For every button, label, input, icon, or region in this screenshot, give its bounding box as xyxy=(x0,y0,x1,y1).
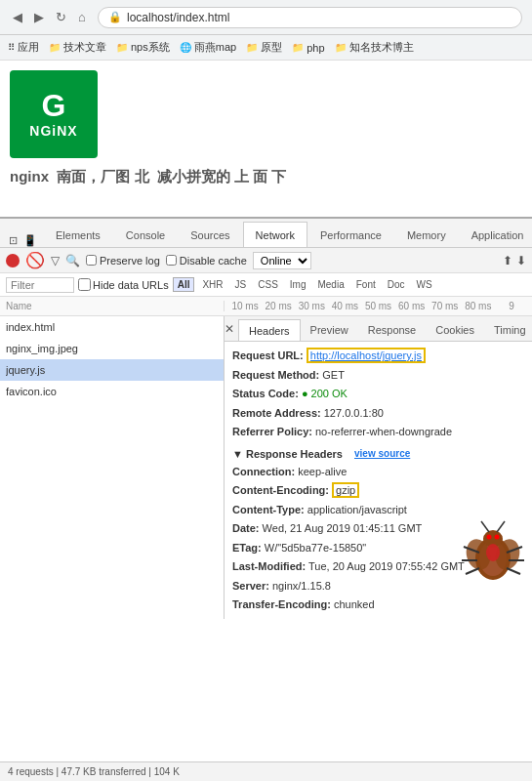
close-detail-button[interactable]: ✕ xyxy=(225,322,234,336)
filter-ws-button[interactable]: WS xyxy=(413,278,436,291)
network-toolbar: 🚫 ▽ 🔍 Preserve log Disable cache Online … xyxy=(0,248,532,273)
file-name-jquery: jquery.js xyxy=(6,364,218,376)
status-code-value: 200 OK xyxy=(311,388,348,399)
bookmark-nps-label: nps系统 xyxy=(131,40,170,55)
bookmark-map[interactable]: 🌐 雨燕map xyxy=(180,40,236,55)
disable-cache-label[interactable]: Disable cache xyxy=(166,255,247,267)
detail-tab-preview[interactable]: Preview xyxy=(301,319,358,341)
nginx-brand-text: NGiNX xyxy=(29,123,77,139)
resources-size: 104 K xyxy=(154,766,180,777)
preserve-log-label[interactable]: Preserve log xyxy=(86,255,160,267)
apps-icon: ⠿ xyxy=(8,42,15,53)
bookmark-php[interactable]: 📁 php xyxy=(292,42,324,54)
remote-address-value: 127.0.0.1:80 xyxy=(324,407,384,419)
status-code-row: Status Code: ● 200 OK xyxy=(232,386,524,402)
filter-font-button[interactable]: Font xyxy=(352,278,380,291)
tick-70ms: 70 ms xyxy=(429,301,462,311)
detail-panel: ✕ Headers Preview Response Cookies Timin… xyxy=(225,316,532,619)
file-favicon[interactable]: favicon.ico xyxy=(0,381,224,402)
filter-img-button[interactable]: Img xyxy=(286,278,310,291)
folder-icon-3: 📁 xyxy=(246,42,258,53)
filter-all-button[interactable]: All xyxy=(173,277,195,292)
preserve-log-checkbox[interactable] xyxy=(86,255,97,266)
preserve-log-text: Preserve log xyxy=(100,255,160,267)
filter-css-button[interactable]: CSS xyxy=(254,278,282,291)
network-main: index.html nginx_img.jpeg jquery.js favi… xyxy=(0,316,532,619)
last-modified-key: Last-Modified: xyxy=(232,560,306,572)
tick-90ms: 9 xyxy=(495,301,528,311)
bookmark-prototype[interactable]: 📁 原型 xyxy=(246,40,282,55)
folder-icon-4: 📁 xyxy=(292,42,304,53)
detail-tab-headers[interactable]: Headers xyxy=(238,319,301,341)
request-method-value: GET xyxy=(322,369,345,381)
tick-30ms: 30 ms xyxy=(295,301,328,311)
date-key: Date: xyxy=(232,522,260,534)
hide-urls-checkbox[interactable] xyxy=(78,278,91,291)
tab-memory[interactable]: Memory xyxy=(394,222,459,247)
filter-icon[interactable]: ▽ xyxy=(51,254,60,267)
filter-js-button[interactable]: JS xyxy=(231,278,251,291)
import-export-icons: ⬆ ⬇ xyxy=(503,254,526,267)
detail-tab-response[interactable]: Response xyxy=(358,319,427,341)
filter-doc-button[interactable]: Doc xyxy=(384,278,409,291)
name-column-header: Name xyxy=(0,301,225,311)
tab-application[interactable]: Application xyxy=(459,222,532,247)
detail-tab-bar: ✕ Headers Preview Response Cookies Timin… xyxy=(225,316,532,342)
inspect-icon[interactable]: ⊡ xyxy=(6,233,20,247)
bookmark-articles[interactable]: 📁 技术文章 xyxy=(49,40,106,55)
back-button[interactable]: ◀ xyxy=(10,10,25,25)
download-icon[interactable]: ⬇ xyxy=(516,254,526,267)
bookmark-tech[interactable]: 📁 知名技术博主 xyxy=(335,40,414,55)
bookmark-php-label: php xyxy=(307,42,324,54)
request-url-value[interactable]: http://localhost/jquery.js xyxy=(307,348,426,363)
filter-media-button[interactable]: Media xyxy=(313,278,348,291)
server-row: Server: nginx/1.15.8 xyxy=(232,578,524,595)
clear-button[interactable]: 🚫 xyxy=(25,251,45,269)
tab-sources[interactable]: Sources xyxy=(178,222,242,247)
file-name-nginx-img: nginx_img.jpeg xyxy=(6,343,218,354)
address-bar[interactable]: 🔒 localhost/index.html xyxy=(98,7,522,28)
tab-network[interactable]: Network xyxy=(243,222,307,247)
tab-performance[interactable]: Performance xyxy=(307,222,394,247)
file-index-html[interactable]: index.html xyxy=(0,316,224,338)
view-source-response-link[interactable]: view source xyxy=(354,448,410,459)
hide-urls-label[interactable]: Hide data URLs xyxy=(78,278,169,291)
page-content: G NGiNX nginx 南面，厂图 北 减小拼宽的 上 面 下 xyxy=(0,61,532,217)
upload-icon[interactable]: ⬆ xyxy=(503,254,512,267)
detail-tab-timing[interactable]: Timing xyxy=(484,319,532,341)
search-icon[interactable]: 🔍 xyxy=(65,254,80,267)
file-jquery[interactable]: jquery.js xyxy=(0,359,224,381)
tab-console[interactable]: Console xyxy=(113,222,178,247)
status-code-key: Status Code: xyxy=(232,388,299,399)
headers-content: Request URL: http://localhost/jquery.js … xyxy=(225,342,532,619)
tick-80ms: 80 ms xyxy=(462,301,495,311)
server-value: nginx/1.15.8 xyxy=(272,580,331,592)
referrer-policy-value: no-referrer-when-downgrade xyxy=(315,426,452,437)
nginx-g-letter: G xyxy=(42,90,66,121)
transfer-encoding-value: chunked xyxy=(334,598,375,610)
home-button[interactable]: ⌂ xyxy=(74,10,90,25)
bookmark-nps[interactable]: 📁 nps系统 xyxy=(116,40,170,55)
filter-xhr-button[interactable]: XHR xyxy=(198,278,226,291)
forward-button[interactable]: ▶ xyxy=(31,10,47,25)
connection-key: Connection: xyxy=(232,466,295,477)
request-method-row: Request Method: GET xyxy=(232,367,524,384)
disable-cache-checkbox[interactable] xyxy=(166,255,177,266)
reload-button[interactable]: ↻ xyxy=(53,10,68,25)
connection-value: keep-alive xyxy=(298,466,347,477)
timeline-header: Name 10 ms 20 ms 30 ms 40 ms 50 ms 60 ms… xyxy=(0,297,532,316)
mobile-icon[interactable]: 📱 xyxy=(23,233,37,247)
bookmark-articles-label: 技术文章 xyxy=(63,40,106,55)
filter-input[interactable] xyxy=(6,277,74,293)
detail-tab-cookies[interactable]: Cookies xyxy=(426,319,484,341)
bookmark-apps-label: 应用 xyxy=(18,40,39,55)
record-button[interactable] xyxy=(6,254,20,267)
remote-address-row: Remote Address: 127.0.0.1:80 xyxy=(232,405,524,422)
tab-elements[interactable]: Elements xyxy=(43,222,113,247)
last-modified-value: Tue, 20 Aug 2019 07:55:42 GMT xyxy=(308,560,465,572)
bookmark-apps[interactable]: ⠿ 应用 xyxy=(8,40,39,55)
date-value: Wed, 21 Aug 2019 01:45:11 GMT xyxy=(263,522,423,534)
bookmark-prototype-label: 原型 xyxy=(261,40,282,55)
file-nginx-img[interactable]: nginx_img.jpeg xyxy=(0,338,224,359)
throttle-select[interactable]: Online xyxy=(253,252,311,269)
